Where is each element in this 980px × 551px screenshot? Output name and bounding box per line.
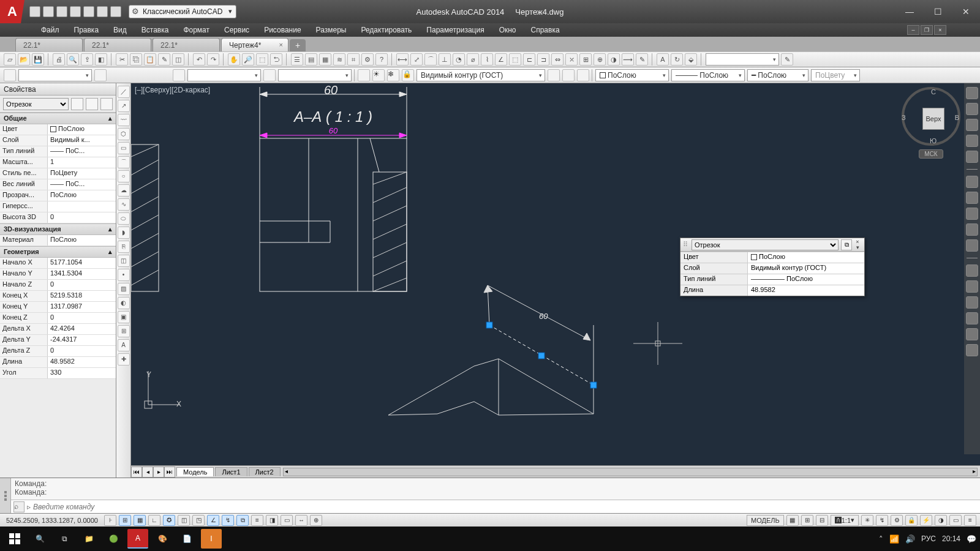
- polar-toggle[interactable]: ✪: [163, 515, 175, 526]
- file-tab[interactable]: 22.1*: [15, 38, 83, 51]
- qp-row[interactable]: СлойВидимый контур (ГОСТ): [680, 263, 864, 274]
- showmotion-icon[interactable]: [966, 151, 978, 163]
- color-combo[interactable]: ПоСлою: [595, 69, 669, 81]
- publish-icon[interactable]: ⇪: [81, 53, 93, 66]
- make-block-icon[interactable]: ◫: [118, 255, 130, 267]
- qat-new-icon[interactable]: [29, 6, 40, 17]
- copy-icon[interactable]: ⿻: [130, 53, 142, 66]
- qp-type-select[interactable]: Отрезок: [692, 239, 839, 250]
- open-icon[interactable]: 📂: [18, 53, 30, 66]
- centermark-icon[interactable]: ⊕: [594, 53, 606, 66]
- sc-toggle[interactable]: ↔: [295, 515, 307, 526]
- ellipse-icon[interactable]: ⬭: [118, 212, 130, 225]
- paste-icon[interactable]: 📋: [144, 53, 156, 66]
- tab-layout[interactable]: Лист2: [249, 467, 281, 476]
- xline-icon[interactable]: ↗: [118, 100, 130, 112]
- pan-icon[interactable]: ✋: [228, 53, 240, 66]
- hatch-icon[interactable]: ▨: [118, 283, 130, 295]
- property-row[interactable]: Дельта Z0: [0, 346, 116, 357]
- nav-tool-icon[interactable]: [966, 296, 978, 309]
- layer-lock-icon[interactable]: 🔒: [402, 69, 414, 81]
- plotstyle-combo[interactable]: ПоЦвету: [811, 69, 860, 81]
- select-objects-icon[interactable]: [86, 98, 98, 110]
- dim-arc-icon[interactable]: ⌒: [424, 53, 437, 66]
- infer-constraints-toggle[interactable]: ⊦: [104, 515, 116, 526]
- tolerance-icon[interactable]: ⊞: [579, 53, 592, 66]
- property-row[interactable]: Высота 3D0: [0, 212, 116, 223]
- h-scrollbar[interactable]: [283, 468, 978, 476]
- property-row[interactable]: СлойВидимый к...: [0, 135, 116, 146]
- sheetset-icon[interactable]: ▤: [305, 53, 317, 66]
- save-icon[interactable]: 💾: [32, 53, 44, 66]
- properties-title[interactable]: Свойства: [0, 83, 116, 96]
- dimedit-icon[interactable]: ✎: [636, 53, 648, 66]
- qp-pin-icon[interactable]: ▾: [853, 245, 862, 250]
- addselected-icon[interactable]: ✚: [118, 353, 130, 365]
- 3dprint-icon[interactable]: ◧: [95, 53, 107, 66]
- property-row[interactable]: Угол330: [0, 368, 116, 379]
- menu-draw[interactable]: Рисование: [257, 24, 308, 36]
- qp-row[interactable]: Тип линий————— ПоСлою: [680, 274, 864, 285]
- qat-plot-icon[interactable]: [83, 6, 94, 17]
- property-row[interactable]: МатериалПоСлою: [0, 235, 116, 246]
- nav-tool-icon[interactable]: [966, 280, 978, 293]
- nav-tool-icon[interactable]: [966, 239, 978, 252]
- dyn-toggle[interactable]: ⧉: [236, 515, 249, 526]
- command-history[interactable]: Команда: Команда:: [11, 478, 980, 500]
- property-row[interactable]: Дельта Y-24.4317: [0, 335, 116, 346]
- dim-linear-icon[interactable]: ⟷: [396, 53, 409, 66]
- linetype-combo[interactable]: ——— ПоСлою: [671, 69, 745, 81]
- steering-wheel-icon[interactable]: [966, 87, 978, 99]
- toolbar-lock-icon[interactable]: 🔒: [905, 515, 918, 526]
- qp-toggle[interactable]: ▭: [281, 515, 293, 526]
- quick-select-icon[interactable]: [71, 98, 83, 110]
- file-tab-active[interactable]: Чертеж4*×: [221, 38, 288, 51]
- tablestyle-icon[interactable]: [173, 69, 185, 81]
- paint-icon[interactable]: 🎨: [152, 529, 173, 549]
- dimstyle-icon[interactable]: ⬙: [685, 53, 697, 66]
- region-icon[interactable]: ▣: [118, 311, 130, 323]
- drawing-area[interactable]: [–][Сверху][2D-каркас]: [131, 83, 980, 478]
- property-row[interactable]: Масшта...1: [0, 157, 116, 168]
- qat-undo-icon[interactable]: [97, 6, 108, 17]
- plot-preview-icon[interactable]: 🔍: [67, 53, 79, 66]
- tablestyle-combo[interactable]: [187, 69, 261, 81]
- menu-insert[interactable]: Вставка: [134, 24, 176, 36]
- tab-layout[interactable]: Лист1: [215, 467, 247, 476]
- ws-switch-icon[interactable]: ⚙: [891, 515, 903, 526]
- property-row[interactable]: Тип линий—— ПоС...: [0, 146, 116, 157]
- osnap-toggle[interactable]: ◫: [178, 515, 190, 526]
- property-row[interactable]: Начало Z0: [0, 280, 116, 291]
- mdi-restore-button[interactable]: ❐: [921, 25, 933, 35]
- notes-icon[interactable]: 📄: [176, 529, 197, 549]
- am-toggle[interactable]: ⊕: [310, 515, 322, 526]
- tpy-toggle[interactable]: ◨: [266, 515, 278, 526]
- layer-iso-icon[interactable]: [577, 69, 589, 81]
- menu-edit[interactable]: Правка: [67, 24, 107, 36]
- file-explorer-icon[interactable]: 📁: [78, 529, 99, 549]
- tab-model[interactable]: Модель: [176, 467, 214, 476]
- help-icon[interactable]: ?: [375, 53, 388, 66]
- tab-next-icon[interactable]: ▸: [153, 467, 164, 478]
- gradient-icon[interactable]: ◐: [118, 297, 130, 309]
- table-icon[interactable]: ⊞: [118, 325, 130, 337]
- autocad-task-icon[interactable]: A: [127, 529, 148, 549]
- qp-row[interactable]: Длина48.9582: [680, 285, 864, 296]
- close-icon[interactable]: ×: [279, 41, 283, 48]
- calc-icon[interactable]: ⌗: [347, 53, 360, 66]
- tab-last-icon[interactable]: ⏭: [164, 467, 175, 478]
- properties-icon[interactable]: ☰: [291, 53, 303, 66]
- property-row[interactable]: Прозрач...ПоСлою: [0, 190, 116, 201]
- quickview2-icon[interactable]: ⊟: [816, 515, 828, 526]
- file-tab[interactable]: 22.1*: [84, 38, 151, 51]
- tab-first-icon[interactable]: ⏮: [131, 467, 142, 478]
- nav-tool-icon[interactable]: [966, 208, 978, 220]
- zoom-win-icon[interactable]: ⬚: [256, 53, 268, 66]
- new-icon[interactable]: ▱: [4, 53, 16, 66]
- chrome-icon[interactable]: 🟢: [103, 529, 124, 549]
- block-icon[interactable]: ◫: [172, 53, 184, 66]
- zoom-prev-icon[interactable]: ⮌: [270, 53, 282, 66]
- toolpalettes-icon[interactable]: ▦: [319, 53, 331, 66]
- menu-help[interactable]: Справка: [524, 24, 567, 36]
- nav-tool-icon[interactable]: [966, 264, 978, 277]
